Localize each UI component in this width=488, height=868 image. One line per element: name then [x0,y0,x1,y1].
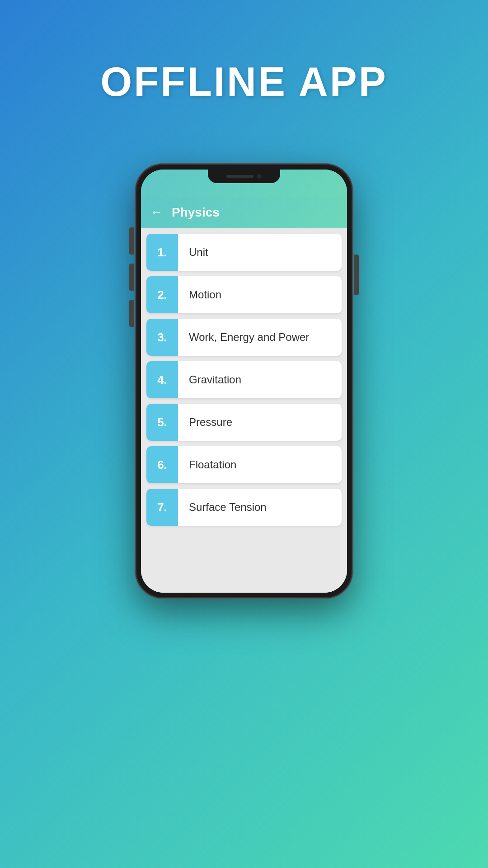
topic-number: 3. [146,319,178,356]
topic-number: 5. [146,404,178,441]
list-item[interactable]: 5.Pressure [146,404,342,441]
app-title: OFFLINE APP [100,59,388,105]
list-item[interactable]: 6.Floatation [146,446,342,483]
topic-number: 6. [146,446,178,483]
topic-name: Surface Tension [178,501,277,514]
phone-screen: ← Physics 1.Unit2.Motion3.Work, Energy a… [141,170,347,593]
topic-name: Work, Energy and Power [178,331,320,344]
list-item[interactable]: 1.Unit [146,234,342,271]
back-button[interactable]: ← [150,205,163,220]
topic-name: Gravitation [178,373,252,386]
topics-list: 1.Unit2.Motion3.Work, Energy and Power4.… [141,228,347,593]
topic-name: Motion [178,288,232,301]
phone-frame: ← Physics 1.Unit2.Motion3.Work, Energy a… [136,164,352,598]
topic-number: 7. [146,489,178,526]
list-item[interactable]: 4.Gravitation [146,361,342,398]
topic-name: Pressure [178,416,243,429]
screen-title: Physics [172,205,220,220]
list-item[interactable]: 3.Work, Energy and Power [146,319,342,356]
app-header: ← Physics [141,197,347,228]
notch-speaker [226,175,253,178]
notch [208,170,280,183]
topic-number: 4. [146,361,178,398]
list-item[interactable]: 7.Surface Tension [146,489,342,526]
topic-name: Unit [178,246,219,259]
topic-name: Floatation [178,458,247,471]
notch-camera [257,174,262,179]
topic-number: 2. [146,276,178,313]
list-item[interactable]: 2.Motion [146,276,342,313]
notch-bar [141,170,347,197]
topic-number: 1. [146,234,178,271]
